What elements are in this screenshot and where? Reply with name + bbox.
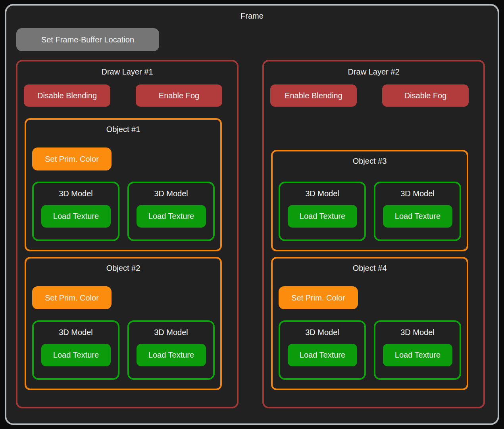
draw-layer-1: Draw Layer #1 Disable Blending Enable Fo… <box>16 60 239 408</box>
model-box: 3D Model Load Texture <box>32 182 119 241</box>
object-2-title: Object #2 <box>26 263 220 273</box>
set-prim-color-button[interactable]: Set Prim. Color <box>32 286 112 309</box>
model-title: 3D Model <box>34 327 118 337</box>
draw-layer-1-title: Draw Layer #1 <box>17 67 237 77</box>
frame: Frame Set Frame-Buffer Location Draw Lay… <box>5 4 499 425</box>
object-2: Object #2 Set Prim. Color 3D Model Load … <box>25 257 222 390</box>
frame-title: Frame <box>6 11 498 21</box>
draw-layer-2: Draw Layer #2 Enable Blending Disable Fo… <box>262 60 485 408</box>
load-texture-button[interactable]: Load Texture <box>383 344 452 366</box>
object-3-title: Object #3 <box>273 156 467 166</box>
model-title: 3D Model <box>280 189 364 198</box>
model-title: 3D Model <box>34 189 118 198</box>
object-3: Object #3 3D Model Load Texture 3D Model… <box>271 150 468 251</box>
load-texture-button[interactable]: Load Texture <box>288 205 357 228</box>
object-1-title: Object #1 <box>26 124 220 134</box>
enable-fog-button[interactable]: Enable Fog <box>136 84 222 107</box>
set-prim-color-button[interactable]: Set Prim. Color <box>279 286 358 309</box>
model-title: 3D Model <box>280 327 364 337</box>
disable-blending-button[interactable]: Disable Blending <box>24 84 110 107</box>
load-texture-button[interactable]: Load Texture <box>383 205 452 228</box>
model-box: 3D Model Load Texture <box>32 320 119 380</box>
model-box: 3D Model Load Texture <box>374 320 461 380</box>
model-box: 3D Model Load Texture <box>127 320 215 380</box>
model-box: 3D Model Load Texture <box>374 182 461 241</box>
set-prim-color-button[interactable]: Set Prim. Color <box>32 147 112 170</box>
disable-fog-button[interactable]: Disable Fog <box>382 84 469 107</box>
model-box: 3D Model Load Texture <box>279 182 366 241</box>
object-4: Object #4 Set Prim. Color 3D Model Load … <box>271 257 468 390</box>
model-title: 3D Model <box>129 327 213 337</box>
model-title: 3D Model <box>129 189 213 198</box>
model-title: 3D Model <box>375 189 460 198</box>
draw-layer-2-title: Draw Layer #2 <box>264 67 483 77</box>
model-box: 3D Model Load Texture <box>279 320 366 380</box>
load-texture-button[interactable]: Load Texture <box>137 344 206 366</box>
load-texture-button[interactable]: Load Texture <box>288 344 357 366</box>
enable-blending-button[interactable]: Enable Blending <box>270 84 357 107</box>
load-texture-button[interactable]: Load Texture <box>137 205 206 228</box>
object-1: Object #1 Set Prim. Color 3D Model Load … <box>25 118 222 251</box>
object-4-title: Object #4 <box>273 263 467 273</box>
model-title: 3D Model <box>375 327 460 337</box>
load-texture-button[interactable]: Load Texture <box>41 344 111 366</box>
set-frame-buffer-location-button[interactable]: Set Frame-Buffer Location <box>16 28 159 51</box>
model-box: 3D Model Load Texture <box>127 182 215 241</box>
load-texture-button[interactable]: Load Texture <box>41 205 111 228</box>
